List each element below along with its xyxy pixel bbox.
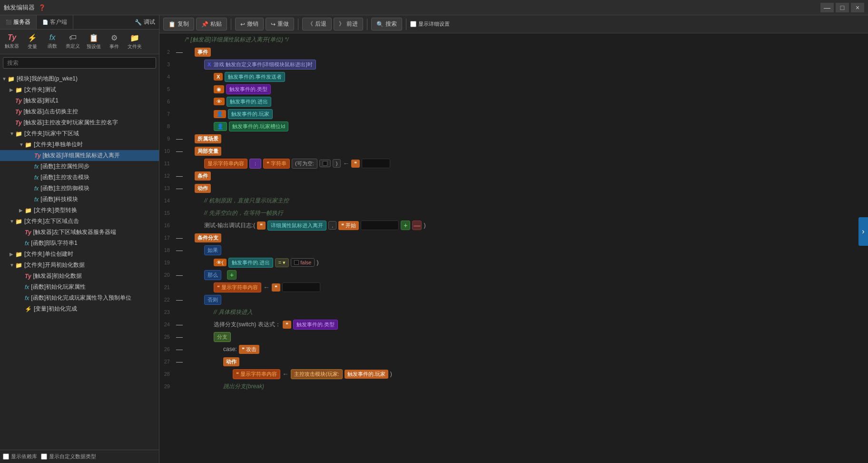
tree-item-13[interactable]: ▼ 📁 [文件夹]左下区域点击	[0, 216, 159, 227]
tree-item-7[interactable]: Ty [触发器]详细属性鼠标进入离开	[0, 150, 159, 161]
tag-display-str-11[interactable]: 显示字符串内容	[204, 159, 247, 169]
tag-action-27[interactable]: 动作	[223, 357, 239, 366]
collapse-20[interactable]: —	[176, 271, 183, 279]
tag-circle-5[interactable]: ◉	[214, 85, 224, 93]
tree-item-14[interactable]: Ty [触发器]左下区域触发器服务器端	[0, 227, 159, 238]
tag-case-val[interactable]: ❝ 攻击	[239, 345, 259, 354]
tree-item-9[interactable]: fx [函数]主控攻击模块	[0, 172, 159, 183]
tag-action[interactable]: 动作	[195, 184, 211, 193]
tree-item-root[interactable]: ▼ 📁 [模块]我的地图(p_wke1)	[0, 73, 159, 84]
tab-server[interactable]: ⬛ 服务器	[0, 15, 37, 29]
tag-player-green[interactable]: 👤	[214, 122, 227, 131]
tree-item-6[interactable]: ▼ 📁 [文件夹]单独单位时	[0, 139, 159, 150]
tag-checkbox[interactable]	[319, 160, 331, 167]
tree-item-18[interactable]: Ty [触发器]初始化数据	[0, 271, 159, 282]
tag-else[interactable]: 否则	[204, 295, 221, 305]
tag-event-section[interactable]: 事件	[195, 48, 211, 57]
tag-scene[interactable]: 所属场景	[195, 134, 221, 143]
tree-item-4[interactable]: Ty [触发器]主控改变时玩家属性主控名字	[0, 117, 159, 128]
tag-then[interactable]: 那么	[204, 270, 221, 280]
tag-event-player[interactable]: 触发事件的.玩家	[228, 109, 273, 119]
debug-button[interactable]: 🔧 调试	[131, 15, 159, 29]
tree-item-2[interactable]: Ty [触发器]测试1	[0, 95, 159, 106]
close-button[interactable]: ×	[851, 3, 864, 12]
collapse-27[interactable]: —	[176, 358, 183, 365]
tag-condition[interactable]: 条件	[195, 171, 211, 181]
show-custom-types-checkbox[interactable]: 显示自定义数据类型	[41, 453, 96, 460]
tag-local-var[interactable]: 局部变量	[195, 147, 221, 156]
maximize-button[interactable]: □	[836, 3, 849, 12]
tree-item-20[interactable]: fx [函数]初始化完成玩家属性导入预制单位	[0, 292, 159, 303]
plus-btn-16[interactable]: +	[401, 221, 410, 230]
eq-tag[interactable]: = ▾	[275, 258, 289, 267]
tree-item-8[interactable]: fx [函数]主控属性同步	[0, 161, 159, 172]
toolbar-func[interactable]: fx 函数	[43, 31, 62, 52]
tag-branch[interactable]: 分支	[214, 332, 231, 342]
paste-button[interactable]: 📌 粘贴	[196, 18, 227, 30]
tree-item-21[interactable]: ⚡ [变量]初始化完成	[0, 303, 159, 314]
tree-item-17[interactable]: ▼ 📁 [文件夹]开局初始化数据	[0, 260, 159, 271]
tag-orange-val[interactable]: ❝	[351, 160, 360, 168]
tag-orange-28[interactable]: 触发事件的.玩家	[345, 370, 388, 379]
forward-button[interactable]: 》 前进	[334, 18, 363, 30]
show-settings-checkbox[interactable]: 显示详细设置	[410, 20, 450, 28]
tree-item-15[interactable]: fx [函数]部队字符串1	[0, 238, 159, 249]
collapse-24[interactable]: —	[176, 321, 183, 328]
toolbar-event[interactable]: ⚙ 事件	[105, 31, 124, 52]
tag-event-sender[interactable]: 触发事件的.事件发送者	[225, 72, 285, 82]
help-icon[interactable]: ❓	[39, 4, 46, 11]
tree-item-1[interactable]: ▶ 📁 [文件夹]测试	[0, 84, 159, 95]
undo-button[interactable]: ↩ 撤销	[235, 18, 264, 30]
collapse-26[interactable]: —	[176, 345, 183, 353]
toolbar-preset[interactable]: 📋 预设值	[84, 31, 104, 52]
tag-orange-21[interactable]: ❝	[272, 283, 280, 292]
false-tag[interactable]: false	[291, 258, 315, 267]
tag-input-11[interactable]	[362, 159, 390, 168]
tree-item-12[interactable]: ▶ 📁 [文件夹]类型转换	[0, 205, 159, 216]
tag-main-ctrl[interactable]: 主控攻击模块(玩家:	[291, 369, 343, 379]
tag-event-trigger[interactable]: X 游戏 触发自定义事件[详细模块鼠标进出]时	[204, 60, 316, 70]
tag-str[interactable]: ❝ 字符串	[263, 159, 290, 169]
collapse-13[interactable]: —	[176, 184, 183, 192]
tag-event-type[interactable]: 触发事件的.类型	[226, 84, 271, 94]
tag-display-28[interactable]: ❝ 显示字符串内容	[233, 369, 280, 379]
tree-item-5[interactable]: ▼ 📁 [文件夹]玩家中下区域	[0, 128, 159, 139]
collapse-22[interactable]: —	[176, 296, 183, 303]
minimize-button[interactable]: —	[820, 3, 834, 12]
tag-input-16[interactable]	[361, 221, 399, 230]
tree-item-10[interactable]: fx [函数]主控防御模块	[0, 183, 159, 194]
tree-item-11[interactable]: fx [函数]科技模块	[0, 194, 159, 205]
copy-button[interactable]: 📋 复制	[163, 18, 194, 30]
tag-event-inout[interactable]: 触发事件的.进出	[227, 97, 271, 107]
tag-event-type-24[interactable]: 触发事件的.类型	[293, 320, 338, 330]
tag-switch-expr[interactable]: ❝	[283, 321, 291, 329]
tab-client[interactable]: 📄 客户端	[37, 15, 73, 29]
collapse-17[interactable]: —	[176, 234, 183, 242]
tag-eye-19[interactable]: 👁(	[214, 259, 227, 266]
tag-player-7[interactable]: 👤	[214, 110, 226, 118]
tag-event-inout-16[interactable]: 详细属性鼠标进入离开	[267, 221, 326, 231]
toolbar-class[interactable]: 🏷 类定义	[63, 31, 83, 52]
search-button[interactable]: 🔍 搜索	[371, 18, 402, 30]
back-button[interactable]: 《 后退	[302, 18, 332, 30]
tag-event-inout-19[interactable]: 触发事件的.进出	[228, 258, 273, 268]
collapse-25[interactable]: —	[176, 333, 183, 341]
tag-orange-16[interactable]: ❝	[257, 221, 266, 230]
toolbar-trigger[interactable]: Ty 触发器	[2, 31, 22, 52]
tree-item-19[interactable]: fx [函数]初始化玩家属性	[0, 282, 159, 292]
toolbar-folder[interactable]: 📁 文件夹	[125, 31, 145, 52]
search-input[interactable]	[3, 57, 156, 69]
tree-item-3[interactable]: Ty [触发器]点击切换主控	[0, 106, 159, 117]
tree-item-16[interactable]: ▶ 📁 [文件夹]单位创建时	[0, 249, 159, 260]
tag-eye-6[interactable]: 👁	[214, 98, 225, 105]
code-editor[interactable]: /* [触发器]详细属性鼠标进入离开(单位) */ 2 — 事件 3	[159, 33, 868, 463]
collapse-18[interactable]: —	[176, 246, 183, 254]
toolbar-var[interactable]: ⚡ 变量	[23, 31, 42, 52]
collapse-12[interactable]: —	[176, 172, 183, 180]
minus-btn-16[interactable]: —	[412, 221, 422, 230]
right-side-tab[interactable]: ›	[858, 217, 868, 246]
tag-if[interactable]: 如果	[204, 245, 221, 255]
tag-x-4[interactable]: X	[214, 73, 223, 81]
collapse-10[interactable]: —	[176, 147, 183, 155]
tag-input-21[interactable]	[282, 282, 320, 292]
